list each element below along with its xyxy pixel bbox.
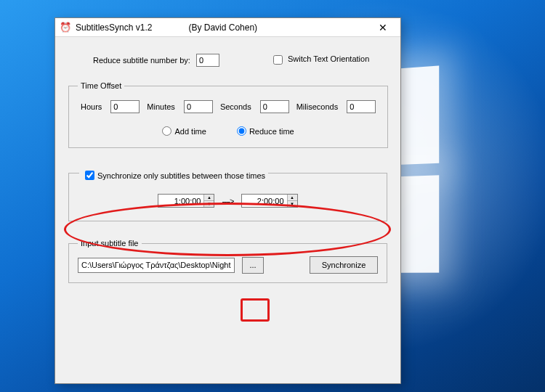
reduce-row: Reduce subtitle number by: Switch Text O… [93, 53, 387, 67]
minutes-label: Minutes [147, 102, 175, 111]
reduce-time-option[interactable]: Reduce time [237, 126, 294, 136]
add-time-radio[interactable] [162, 126, 171, 136]
range-arrow-icon: ----> [222, 197, 233, 205]
reduce-label: Reduce subtitle number by: [93, 56, 190, 65]
app-icon: ⏰ [60, 22, 71, 33]
close-button[interactable]: ✕ [368, 19, 397, 36]
reduce-input[interactable] [196, 54, 219, 67]
from-time-down[interactable]: ▼ [204, 201, 214, 207]
seconds-label: Seconds [220, 102, 251, 111]
client-area: Reduce subtitle number by: Switch Text O… [55, 37, 400, 302]
browse-button[interactable]: ... [242, 257, 264, 274]
switch-orientation-label: Switch Text Orientation [288, 54, 369, 63]
from-time-spinner[interactable]: ▲ ▼ [158, 194, 214, 208]
from-time-up[interactable]: ▲ [204, 195, 214, 201]
titlebar[interactable]: ⏰ SubtitlesSynch v1.2 (By David Cohen) ✕ [55, 18, 400, 37]
reduce-time-radio[interactable] [237, 126, 246, 136]
switch-orientation-checkbox[interactable] [273, 55, 283, 65]
app-window: ⏰ SubtitlesSynch v1.2 (By David Cohen) ✕… [54, 17, 401, 384]
synchronize-button[interactable]: Synchronize [310, 256, 378, 274]
from-time-input[interactable] [158, 195, 203, 207]
add-time-label: Add time [174, 127, 206, 136]
to-time-spinner[interactable]: ▲ ▼ [241, 194, 298, 208]
minutes-input[interactable] [184, 100, 213, 113]
to-time-input[interactable] [242, 195, 287, 207]
time-offset-legend: Time Offset [78, 81, 124, 90]
seconds-input[interactable] [260, 100, 289, 113]
switch-orientation-option[interactable]: Switch Text Orientation [270, 53, 369, 67]
to-time-up[interactable]: ▲ [288, 195, 297, 201]
file-path-input[interactable] [78, 258, 235, 273]
window-title: SubtitlesSynch v1.2 [76, 23, 152, 33]
hours-label: Hours [81, 102, 102, 111]
input-file-legend: Input subtitle file [78, 239, 142, 248]
input-file-group: Input subtitle file ... Synchronize [68, 239, 387, 283]
to-time-down[interactable]: ▼ [288, 201, 297, 207]
ms-input[interactable] [347, 100, 376, 113]
close-icon: ✕ [379, 22, 387, 33]
window-author: (By David Cohen) [188, 23, 257, 33]
sync-range-group: Synchronize only subtitles between those… [68, 173, 387, 221]
add-time-option[interactable]: Add time [162, 126, 206, 136]
time-offset-group: Time Offset Hours Minutes Seconds Milise… [68, 81, 388, 148]
reduce-time-label: Reduce time [249, 127, 294, 136]
sync-range-checkbox[interactable] [85, 171, 94, 180]
ms-label: Miliseconds [296, 102, 338, 111]
desktop-background: ⏰ SubtitlesSynch v1.2 (By David Cohen) ✕… [0, 0, 545, 392]
sync-range-label: Synchronize only subtitles between those… [97, 171, 265, 180]
hours-input[interactable] [110, 100, 140, 113]
